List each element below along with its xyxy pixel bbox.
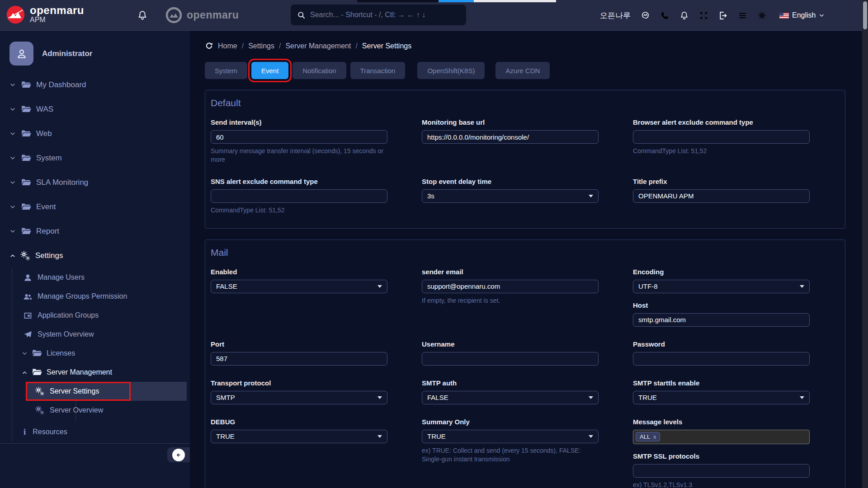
sidebar-item-label: SLA Monitoring <box>36 178 88 187</box>
profile-name: Administrator <box>42 49 92 58</box>
field-send-interval: Send interval(s) Summary message transfe… <box>211 118 387 164</box>
logout-icon[interactable] <box>718 11 728 20</box>
notifications-bell-icon[interactable] <box>137 10 148 21</box>
sidebar-collapse-button[interactable] <box>167 447 190 462</box>
sidebar-item-system[interactable]: System <box>0 146 190 170</box>
message-levels-tags-input[interactable]: ALL x <box>633 430 810 444</box>
sidebar-item-my-dashboard[interactable]: My Dashboard <box>0 73 190 97</box>
sidebar-item-report[interactable]: Report <box>0 219 190 244</box>
sidebar-item-application-groups[interactable]: Application Groups <box>0 306 190 325</box>
avatar <box>9 42 33 66</box>
selected-value: SMTP <box>216 394 235 401</box>
caret-down-icon <box>589 435 593 438</box>
tab-event[interactable]: Event <box>251 62 288 79</box>
chevron-down-icon <box>9 179 16 186</box>
field-label: SMTP SSL protocols <box>633 452 810 460</box>
tab-notification[interactable]: Notification <box>292 62 346 79</box>
field-label: Title prefix <box>633 178 810 185</box>
transport-protocol-select[interactable]: SMTP <box>211 391 387 404</box>
chevron-down-icon <box>9 228 16 235</box>
sidebar-item-server-overview[interactable]: Server Overview <box>26 401 187 420</box>
scrollbar-thumb[interactable] <box>863 1 867 29</box>
sender-email-input[interactable] <box>422 280 599 293</box>
breadcrumb-settings[interactable]: Settings <box>248 42 274 50</box>
tab-system[interactable]: System <box>205 62 247 79</box>
sidebar-item-label: Application Groups <box>38 311 99 319</box>
field-label: Port <box>211 340 387 348</box>
breadcrumb-current: Server Settings <box>362 42 411 50</box>
sidebar-item-event[interactable]: Event <box>0 195 190 219</box>
tag-remove-icon[interactable]: x <box>653 434 656 440</box>
sidebar-item-resources[interactable]: i Resources <box>0 423 190 441</box>
global-search[interactable] <box>291 5 466 25</box>
top-strip-dark <box>357 0 439 2</box>
app-subtitle: APM <box>30 16 84 24</box>
tag-chip-all: ALL x <box>636 432 660 441</box>
folder-icon <box>21 80 32 90</box>
send-interval-input[interactable] <box>211 130 387 144</box>
field-label: Username <box>422 340 599 348</box>
field-label: Enabled <box>211 268 387 276</box>
browser-alert-exclude-input[interactable] <box>633 130 810 144</box>
mail-enabled-select[interactable]: FALSE <box>211 280 387 293</box>
chevron-down-icon <box>9 82 16 88</box>
field-label: Stop event delay time <box>422 178 599 185</box>
page-scrollbar[interactable] <box>862 0 868 488</box>
smtp-auth-select[interactable]: FALSE <box>422 391 599 404</box>
sidebar-item-system-overview[interactable]: System Overview <box>0 325 190 344</box>
tab-openshift-k8s[interactable]: OpenShift(K8S) <box>417 62 485 79</box>
sidebar-item-sla-monitoring[interactable]: SLA Monitoring <box>0 170 190 195</box>
title-prefix-input[interactable] <box>633 189 810 203</box>
language-selector[interactable]: English <box>779 11 825 19</box>
smtp-ssl-protocols-input[interactable] <box>633 464 810 478</box>
folder-icon <box>21 226 32 237</box>
bell-icon[interactable] <box>679 11 689 20</box>
username-input[interactable] <box>422 352 599 366</box>
stop-event-delay-select[interactable]: 3s <box>422 189 599 203</box>
tab-transaction[interactable]: Transaction <box>350 62 406 79</box>
tab-azure-cdn[interactable]: Azure CDN <box>495 62 550 79</box>
debug-select[interactable]: TRUE <box>211 430 387 443</box>
encoding-select[interactable]: UTF-8 <box>633 280 810 293</box>
sidebar-item-server-settings[interactable]: Server Settings <box>26 382 187 401</box>
sidebar-item-manage-users[interactable]: Manage Users <box>0 268 190 287</box>
app-logo[interactable]: openmaru APM <box>6 5 84 24</box>
sidebar-item-was[interactable]: WAS <box>0 97 190 122</box>
monitoring-base-url-input[interactable] <box>422 130 599 144</box>
summary-only-select[interactable]: TRUE <box>422 430 599 443</box>
field-label: SMTP auth <box>422 379 599 387</box>
sidebar-item-licenses[interactable]: Licenses <box>0 344 190 363</box>
settings-gear-icon[interactable] <box>757 11 767 20</box>
smtp-starttls-select[interactable]: TRUE <box>633 391 810 404</box>
sidebar-item-label: System Overview <box>38 330 94 338</box>
menu-icon[interactable] <box>738 11 747 20</box>
user-profile[interactable]: Administrator <box>9 42 190 66</box>
field-label: Summary Only <box>422 418 599 426</box>
field-sns-alert-exclude: SNS alert exclude command type CommandTy… <box>211 178 387 215</box>
search-input[interactable] <box>310 11 460 19</box>
field-label: sender email <box>422 268 599 276</box>
phone-icon[interactable] <box>660 11 670 20</box>
sidebar-item-web[interactable]: Web <box>0 122 190 146</box>
refresh-icon[interactable] <box>205 42 213 50</box>
fullscreen-icon[interactable] <box>699 11 708 20</box>
sns-alert-exclude-input[interactable] <box>211 189 387 203</box>
top-strip-blue <box>439 0 474 2</box>
field-stop-event-delay: Stop event delay time 3s <box>422 178 599 203</box>
host-input[interactable] <box>633 313 810 327</box>
sidebar-item-settings[interactable]: Settings <box>0 244 190 268</box>
port-input[interactable] <box>211 352 387 366</box>
chat-support-icon[interactable] <box>641 11 650 20</box>
breadcrumb-home[interactable]: Home <box>218 42 237 50</box>
sidebar-item-manage-groups-permission[interactable]: Manage Groups Permission <box>0 287 190 306</box>
caret-down-icon <box>589 396 593 399</box>
chevron-up-icon <box>9 253 16 259</box>
sidebar-nav: My Dashboard WAS Web System SLA Monitori… <box>0 73 190 441</box>
field-helper: CommandType List: 51,52 <box>633 147 810 155</box>
arrow-left-icon <box>175 451 182 459</box>
breadcrumb-server-management[interactable]: Server Management <box>285 42 351 50</box>
caret-down-icon <box>377 435 382 438</box>
field-host: Host <box>633 301 810 327</box>
password-input[interactable] <box>633 352 810 366</box>
sidebar-item-server-management[interactable]: Server Management <box>0 363 190 382</box>
